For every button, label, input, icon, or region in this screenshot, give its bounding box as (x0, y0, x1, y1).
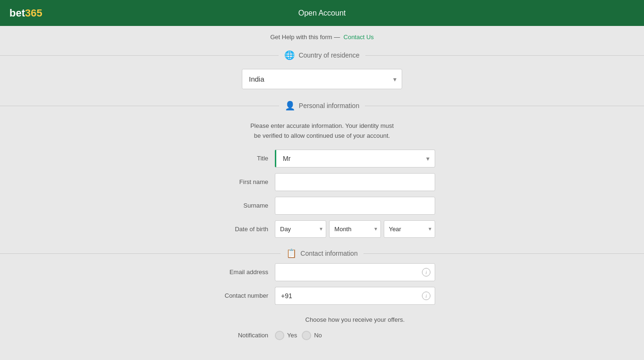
phone-input-wrapper: i (301, 287, 435, 305)
main-content: Get Help with this form — Contact Us 🌐 C… (0, 26, 644, 340)
personal-desc-line1: Please enter accurate information. Your … (250, 122, 394, 129)
personal-info-description: Please enter accurate information. Your … (0, 116, 644, 150)
personal-section-divider: 👤 Personal information (0, 96, 644, 116)
contact-icon: 📋 (286, 248, 297, 259)
firstname-label: First name (209, 178, 275, 185)
firstname-row: First name (0, 173, 644, 191)
notification-no-option: No (302, 331, 322, 340)
email-input[interactable] (275, 263, 435, 281)
email-input-wrapper: i (275, 263, 435, 281)
dob-year-wrapper: Year ▾ (384, 220, 435, 238)
dob-year-select[interactable]: Year (384, 220, 435, 238)
email-row: Email address i (0, 263, 644, 281)
personal-info-label: Personal information (299, 102, 359, 109)
title-row: Title Mr Mrs Miss Ms Dr ▾ (0, 150, 644, 167)
contact-info-label: Contact information (300, 250, 357, 257)
help-bar: Get Help with this form — Contact Us (0, 26, 644, 45)
contact-us-link[interactable]: Contact Us (344, 33, 374, 41)
notification-options: Yes No (275, 331, 435, 340)
title-select[interactable]: Mr Mrs Miss Ms Dr (275, 150, 435, 167)
country-section-label: 🌐 Country of residence (279, 50, 365, 60)
logo-bet: bet (9, 7, 25, 19)
contact-number-wrapper: +91 i (275, 287, 435, 305)
notification-no-label: No (314, 332, 322, 339)
person-icon: 👤 (285, 100, 295, 111)
header: bet365 Open Account (0, 0, 644, 26)
logo-365: 365 (25, 7, 42, 19)
surname-row: Surname (0, 197, 644, 215)
phone-info-icon[interactable]: i (422, 292, 430, 300)
firstname-input[interactable] (275, 173, 435, 191)
dob-month-select[interactable]: Month (329, 220, 380, 238)
phone-input[interactable] (301, 287, 435, 305)
country-select[interactable]: India United Kingdom Australia Canada (242, 69, 402, 89)
dob-label: Date of birth (209, 226, 275, 233)
notification-yes-radio[interactable] (275, 331, 284, 340)
country-select-wrapper: India United Kingdom Australia Canada ▾ (242, 69, 402, 89)
notification-yes-label: Yes (287, 332, 297, 339)
dob-month-wrapper: Month ▾ (329, 220, 380, 238)
notification-yes-option: Yes (275, 331, 297, 340)
dob-row: Date of birth Day ▾ Month ▾ Year ▾ (0, 220, 644, 238)
notification-row: Notification Yes No (0, 331, 644, 340)
title-label: Title (209, 155, 275, 162)
dob-day-wrapper: Day ▾ (275, 220, 326, 238)
title-select-wrapper: Mr Mrs Miss Ms Dr ▾ (275, 150, 435, 167)
contact-section-divider: 📋 Contact information (0, 243, 644, 263)
surname-label: Surname (209, 202, 275, 209)
contact-section-label: 📋 Contact information (281, 248, 363, 259)
help-text: Get Help with this form — (270, 33, 340, 41)
notification-no-radio[interactable] (302, 331, 311, 340)
page-title: Open Account (298, 9, 346, 17)
personal-desc-line2: be verified to allow continued use of yo… (254, 132, 390, 139)
contact-number-row: Contact number +91 i (0, 287, 644, 305)
surname-input[interactable] (275, 197, 435, 215)
contact-number-label: Contact number (209, 292, 275, 299)
logo: bet365 (9, 7, 42, 19)
country-section-divider: 🌐 Country of residence (0, 45, 644, 65)
offers-section: Choose how you receive your offers. (0, 310, 644, 327)
phone-prefix: +91 (275, 287, 301, 305)
offers-text: Choose how you receive your offers. (275, 316, 435, 323)
email-info-icon[interactable]: i (422, 268, 430, 276)
country-label: Country of residence (298, 51, 359, 59)
country-section: India United Kingdom Australia Canada ▾ (0, 65, 644, 96)
globe-icon: 🌐 (284, 50, 295, 60)
personal-section-label: 👤 Personal information (279, 100, 365, 111)
dob-day-select[interactable]: Day (275, 220, 326, 238)
dob-wrapper: Day ▾ Month ▾ Year ▾ (275, 220, 435, 238)
notification-label: Notification (209, 332, 275, 339)
email-label: Email address (209, 268, 275, 276)
